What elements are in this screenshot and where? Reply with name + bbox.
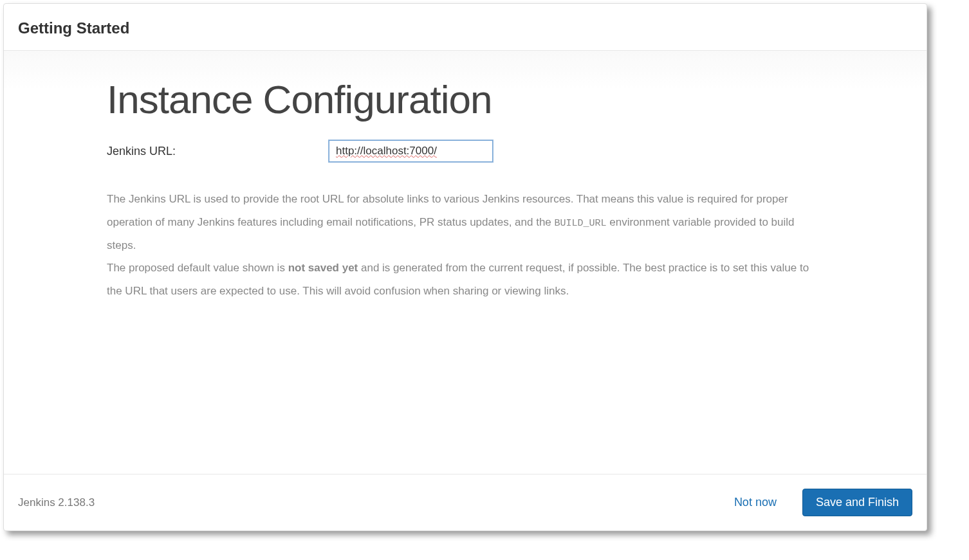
- build-url-code: BUILD_URL: [555, 218, 607, 229]
- jenkins-url-input[interactable]: [329, 140, 493, 162]
- description-text: The Jenkins URL is used to provide the r…: [107, 188, 824, 302]
- dialog-header: Getting Started: [4, 4, 927, 51]
- setup-dialog: Getting Started Instance Configuration J…: [3, 3, 927, 531]
- version-label: Jenkins 2.138.3: [18, 496, 95, 509]
- jenkins-url-label: Jenkins URL:: [107, 145, 329, 158]
- jenkins-url-row: Jenkins URL:: [107, 140, 824, 162]
- page-heading: Instance Configuration: [107, 77, 824, 122]
- dialog-content: Instance Configuration Jenkins URL: The …: [4, 51, 927, 474]
- not-saved-yet-bold: not saved yet: [288, 262, 358, 274]
- description-paragraph-1: The Jenkins URL is used to provide the r…: [107, 188, 824, 257]
- desc-text: The proposed default value shown is: [107, 262, 288, 274]
- header-title: Getting Started: [18, 19, 912, 37]
- description-paragraph-2: The proposed default value shown is not …: [107, 257, 824, 302]
- save-and-finish-button[interactable]: Save and Finish: [802, 489, 912, 516]
- dialog-footer: Jenkins 2.138.3 Not now Save and Finish: [4, 474, 927, 530]
- not-now-button[interactable]: Not now: [721, 489, 789, 516]
